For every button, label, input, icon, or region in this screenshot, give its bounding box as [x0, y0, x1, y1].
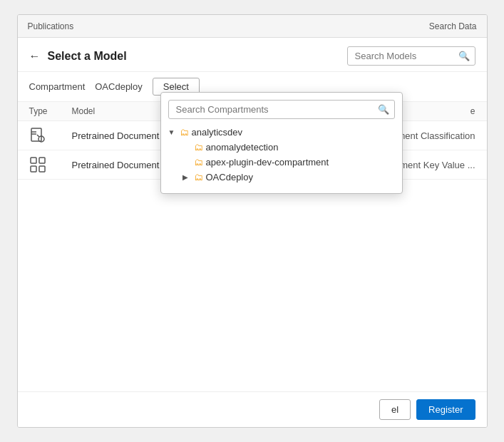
header-left: ← Select a Model [29, 50, 127, 63]
search-models-wrapper: 🔍 [347, 46, 475, 66]
page-title: Select a Model [48, 50, 127, 63]
folder-icon-root: 🗂 [180, 127, 189, 138]
folder-icon-anomaly: 🗂 [194, 142, 203, 153]
tree-node-anomaly[interactable]: 🗂 anomalydetection [182, 140, 395, 155]
top-bar: Publications Search Data [18, 15, 487, 38]
svg-rect-0 [31, 128, 41, 141]
breadcrumb: Publications [28, 21, 74, 31]
row-icon [29, 127, 72, 144]
register-button[interactable]: Register [416, 399, 475, 420]
tree-node-root-label: analyticsdev [192, 127, 243, 138]
back-button[interactable]: ← [29, 51, 41, 62]
compartment-search-input[interactable] [168, 100, 395, 119]
tree-node-apex[interactable]: 🗂 apex-plugin-dev-compartment [182, 155, 395, 170]
expand-icon-oacdeploy: ▶ [182, 173, 191, 181]
folder-icon-oacdeploy: 🗂 [194, 172, 203, 183]
svg-rect-8 [39, 166, 45, 172]
folder-icon-apex: 🗂 [194, 157, 203, 168]
svg-rect-7 [31, 166, 36, 172]
compartment-dropdown: 🔍 ▼ 🗂 analyticsdev 🗂 anomalydetection [160, 92, 403, 194]
tree-node-apex-label: apex-plugin-dev-compartment [206, 157, 329, 168]
deploy-label: OACdeploy [95, 81, 142, 92]
tree-node-anomaly-label: anomalydetection [206, 142, 279, 153]
compartment-label: Compartment [29, 81, 86, 92]
row-icon [29, 156, 72, 173]
compartment-tree: ▼ 🗂 analyticsdev 🗂 anomalydetection 🗂 ap… [161, 125, 402, 185]
svg-rect-6 [39, 158, 45, 163]
footer: el Register [18, 391, 487, 427]
tree-node-oacdeploy-label: OACdeploy [206, 172, 253, 183]
header: ← Select a Model 🔍 [18, 38, 487, 72]
search-models-input[interactable] [347, 46, 475, 66]
tree-node-oacdeploy[interactable]: ▶ 🗂 OACdeploy [182, 170, 395, 185]
tree-node-root[interactable]: ▼ 🗂 analyticsdev [168, 125, 395, 140]
dropdown-search-wrapper: 🔍 [161, 93, 402, 125]
tree-children: 🗂 anomalydetection 🗂 apex-plugin-dev-com… [168, 140, 395, 185]
collapse-icon: ▼ [168, 128, 177, 136]
cancel-button[interactable]: el [379, 399, 411, 420]
search-data-label: Search Data [429, 21, 477, 31]
svg-rect-5 [31, 158, 36, 163]
col-type-header: Type [29, 106, 72, 116]
main-panel: Publications Search Data ← Select a Mode… [17, 14, 488, 428]
svg-line-4 [37, 135, 39, 137]
